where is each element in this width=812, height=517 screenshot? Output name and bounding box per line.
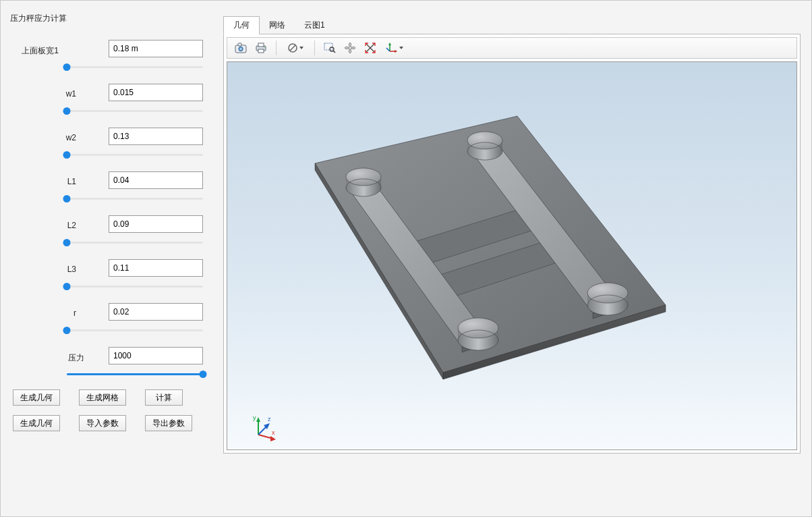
svg-marker-16 (388, 43, 391, 45)
slider-track (67, 66, 203, 68)
svg-point-43 (587, 283, 628, 303)
param-input-w1[interactable] (109, 84, 203, 101)
param-label: w1 (36, 89, 76, 99)
slider-track (67, 329, 203, 331)
svg-rect-10 (324, 43, 332, 50)
param-input-panel-width[interactable] (109, 40, 203, 57)
pan-button[interactable] (341, 39, 359, 57)
svg-marker-48 (270, 436, 276, 441)
param-row-pressure: 压力 (1, 347, 203, 382)
svg-marker-18 (395, 50, 397, 53)
triad-z-label: z (268, 416, 271, 423)
slider-thumb[interactable] (63, 151, 71, 159)
svg-point-35 (467, 132, 502, 149)
action-row-2: 生成几何 导入参数 导出参数 (13, 415, 192, 431)
viewer-frame: y x z (223, 34, 801, 454)
viewer-toolbar (227, 37, 797, 59)
pan-icon (344, 42, 356, 54)
slider-thumb[interactable] (200, 371, 207, 378)
generate-geometry-button[interactable]: 生成几何 (13, 389, 60, 406)
param-label: w2 (36, 133, 76, 142)
slider-track (67, 242, 203, 244)
snapshot-button[interactable] (231, 39, 250, 57)
panel-title: 压力秤应力计算 (10, 13, 67, 24)
param-input-l3[interactable] (109, 259, 203, 277)
param-label: L1 (36, 177, 76, 186)
slider-fill (67, 373, 203, 375)
svg-point-3 (240, 48, 242, 50)
slider-thumb[interactable] (63, 327, 71, 334)
zoom-extents-button[interactable] (361, 39, 380, 57)
svg-line-9 (290, 45, 295, 51)
param-label: 上面板宽1 (18, 45, 59, 57)
slider-thumb[interactable] (63, 239, 71, 246)
param-slider-pressure[interactable] (67, 370, 203, 379)
param-slider-w2[interactable] (67, 151, 203, 160)
slider-track (67, 110, 203, 112)
param-slider-r[interactable] (67, 326, 203, 335)
param-slider-l1[interactable] (67, 194, 203, 204)
toolbar-separator (276, 40, 277, 55)
compute-button[interactable]: 计算 (145, 389, 183, 406)
svg-point-39 (458, 318, 498, 338)
action-row-1: 生成几何 生成网格 计算 (13, 389, 183, 406)
zoom-box-icon (324, 43, 336, 53)
param-row-l1: L1 (1, 171, 203, 207)
param-slider-l3[interactable] (67, 282, 203, 292)
param-row-panel-width: 上面板宽1 (1, 40, 203, 75)
svg-line-12 (333, 51, 335, 53)
param-row-l2: L2 (1, 215, 203, 250)
param-label: r (36, 308, 76, 318)
app-root: 压力秤应力计算 上面板宽1 w1 w2 (0, 0, 812, 517)
parameter-panel: 压力秤应力计算 上面板宽1 w1 w2 (1, 1, 216, 516)
param-slider-l2[interactable] (67, 238, 203, 248)
zoom-box-button[interactable] (320, 39, 339, 57)
export-params-button[interactable]: 导出参数 (145, 415, 192, 431)
slider-thumb[interactable] (63, 107, 71, 115)
param-input-l2[interactable] (109, 215, 203, 233)
slider-track (67, 154, 203, 156)
slider-track (67, 198, 203, 200)
param-input-pressure[interactable] (109, 347, 203, 364)
slider-track (67, 285, 203, 288)
triad-x-label: x (272, 429, 275, 436)
print-button[interactable] (252, 39, 270, 57)
print-icon (255, 43, 267, 53)
param-input-l1[interactable] (109, 171, 203, 189)
slider-thumb[interactable] (63, 283, 71, 290)
viewer-area: 几何 网络 云图1 (223, 16, 807, 34)
import-params-button[interactable]: 导入参数 (79, 415, 126, 431)
param-label: L2 (36, 221, 76, 230)
generate-geometry-button-2[interactable]: 生成几何 (13, 415, 60, 431)
selection-mode-button[interactable] (282, 39, 309, 57)
geometry-viewport[interactable]: y x z (227, 61, 797, 450)
param-label: 压力 (44, 352, 84, 364)
param-label: L3 (36, 265, 76, 274)
generate-mesh-button[interactable]: 生成网格 (79, 389, 126, 406)
axes-icon (386, 42, 398, 54)
svg-rect-5 (258, 43, 264, 47)
param-row-w2: w2 (1, 128, 203, 163)
svg-point-31 (346, 168, 381, 186)
svg-point-7 (264, 47, 265, 48)
param-slider-panel-width[interactable] (67, 63, 203, 72)
svg-marker-46 (256, 417, 260, 422)
tab-mesh[interactable]: 网络 (260, 16, 295, 34)
chevron-down-icon (299, 47, 303, 49)
orientation-triad: y x z (248, 410, 274, 437)
param-row-w1: w1 (1, 84, 203, 119)
no-symbol-icon (287, 43, 298, 53)
param-slider-w1[interactable] (67, 107, 203, 116)
tab-geometry[interactable]: 几何 (223, 16, 260, 34)
view-orientation-button[interactable] (381, 39, 408, 57)
svg-rect-1 (238, 43, 241, 46)
geometry-svg (227, 62, 797, 450)
camera-icon (235, 43, 247, 53)
slider-thumb[interactable] (63, 63, 71, 71)
param-input-r[interactable] (109, 303, 203, 321)
tab-contour[interactable]: 云图1 (295, 16, 335, 34)
slider-thumb[interactable] (63, 195, 71, 202)
toolbar-separator (314, 40, 315, 55)
zoom-extents-icon (364, 42, 376, 54)
param-input-w2[interactable] (109, 128, 203, 145)
